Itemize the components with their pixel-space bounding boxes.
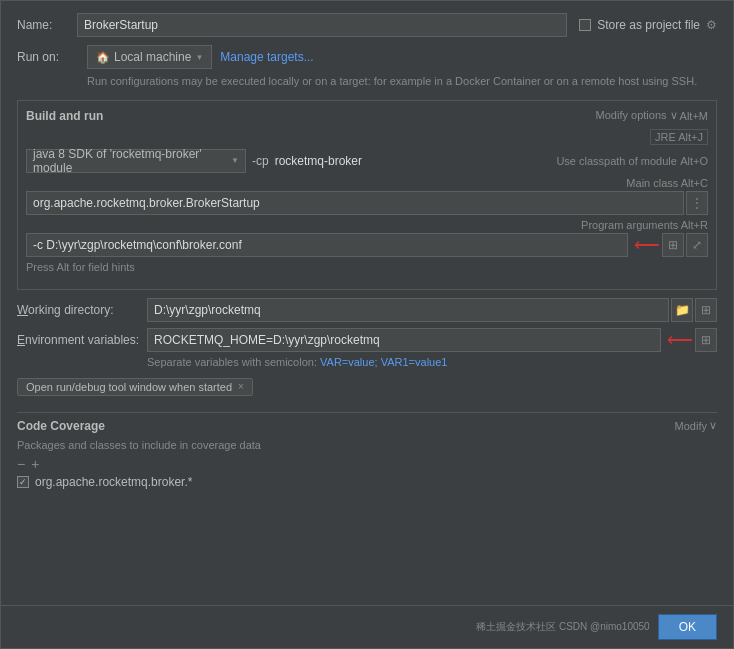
coverage-title: Code Coverage: [17, 419, 105, 433]
coverage-modify-link[interactable]: Modify ∨: [675, 419, 717, 432]
env-vars-label: Environment variables:: [17, 333, 147, 347]
prog-args-fullscreen-icon[interactable]: ⤢: [686, 233, 708, 257]
main-class-expand-icon[interactable]: ⋮: [686, 191, 708, 215]
main-class-input[interactable]: [26, 191, 684, 215]
code-coverage-section: Code Coverage Modify ∨ Packages and clas…: [17, 419, 717, 489]
working-dir-label: Working directory:: [17, 303, 147, 317]
manage-targets-link[interactable]: Manage targets...: [220, 50, 313, 64]
dropdown-arrow: ▼: [195, 53, 203, 62]
main-class-input-container: ⋮: [26, 191, 708, 215]
working-dir-row: Working directory: 📁 ⊞: [17, 298, 717, 322]
working-dir-folder-icon[interactable]: 📁: [671, 298, 693, 322]
run-on-label: Run on:: [17, 50, 87, 64]
coverage-checkbox-row: org.apache.rocketmq.broker.*: [17, 475, 717, 489]
env-vars-input[interactable]: [147, 328, 661, 352]
use-classpath-key: Alt+O: [680, 155, 708, 167]
program-args-row: ⟵ ⊞ ⤢: [26, 233, 708, 257]
working-dir-copy-icon[interactable]: ⊞: [695, 298, 717, 322]
separator-hint-example: VAR=value; VAR1=value1: [320, 356, 447, 368]
sdk-row: java 8 SDK of 'rocketmq-broker' module ▼…: [26, 149, 708, 173]
divider: [17, 412, 717, 413]
separator-hint: Separate variables with semicolon: VAR=v…: [147, 356, 717, 368]
main-class-hint-row: Main class Alt+C: [26, 177, 708, 189]
coverage-hint: Packages and classes to include in cover…: [17, 439, 717, 451]
working-dir-input-container: 📁 ⊞: [147, 298, 717, 322]
machine-value: Local machine: [114, 50, 191, 64]
build-run-section: Build and run Modify options ∨ Alt+M JRE…: [17, 100, 717, 290]
tag-label: Open run/debug tool window when started: [26, 381, 232, 393]
use-classpath-hint: Use classpath of module Alt+O: [556, 154, 708, 168]
plus-button[interactable]: +: [31, 457, 39, 471]
coverage-icon-row: − +: [17, 457, 717, 471]
dialog-footer: 稀土掘金技术社区 CSDN @nimo10050 OK: [1, 605, 733, 648]
build-run-title: Build and run: [26, 109, 103, 123]
minus-button[interactable]: −: [17, 457, 25, 471]
run-on-hint: Run configurations may be executed local…: [87, 73, 717, 90]
store-file-section: Store as project file ⚙: [579, 18, 717, 32]
house-icon: 🏠: [96, 51, 110, 64]
coverage-checkbox[interactable]: [17, 476, 29, 488]
program-args-input[interactable]: [26, 233, 628, 257]
name-row: Name: Store as project file ⚙: [17, 13, 717, 37]
red-arrow-env: ⟵: [667, 329, 693, 351]
sdk-label: java 8 SDK of 'rocketmq-broker' module: [33, 147, 227, 175]
name-input[interactable]: [77, 13, 567, 37]
dialog-content: Name: Store as project file ⚙ Run on: 🏠 …: [1, 1, 733, 605]
red-arrow-prog: ⟵: [634, 234, 660, 256]
use-classpath-text: Use classpath of module: [556, 155, 676, 167]
press-alt-hint: Press Alt for field hints: [26, 261, 708, 273]
run-config-dialog: Name: Store as project file ⚙ Run on: 🏠 …: [0, 0, 734, 649]
gear-icon: ⚙: [706, 18, 717, 32]
coverage-checkbox-label: org.apache.rocketmq.broker.*: [35, 475, 192, 489]
jre-shortcut: JRE Alt+J: [650, 129, 708, 145]
env-vars-row: Environment variables: ⟵ ⊞: [17, 328, 717, 352]
coverage-header: Code Coverage Modify ∨: [17, 419, 717, 433]
sdk-dropdown[interactable]: java 8 SDK of 'rocketmq-broker' module ▼: [26, 149, 246, 173]
main-class-row: ⋮: [26, 191, 708, 215]
sdk-arrow: ▼: [231, 156, 239, 165]
prog-args-expand-icon[interactable]: ⊞: [662, 233, 684, 257]
prog-args-hint-row: Program arguments Alt+R: [26, 219, 708, 231]
working-dir-input[interactable]: [147, 298, 669, 322]
store-file-label: Store as project file: [597, 18, 700, 32]
cp-value: rocketmq-broker: [275, 154, 362, 168]
machine-dropdown[interactable]: 🏠 Local machine ▼: [87, 45, 212, 69]
store-file-checkbox[interactable]: [579, 19, 591, 31]
run-on-row: Run on: 🏠 Local machine ▼ Manage targets…: [17, 45, 717, 69]
prog-args-input-container: ⟵ ⊞ ⤢: [26, 233, 708, 257]
watermark-text: 稀土掘金技术社区 CSDN @nimo10050: [476, 620, 650, 634]
modify-options-link[interactable]: Modify options ∨ Alt+M: [596, 109, 708, 122]
name-label: Name:: [17, 18, 77, 32]
build-run-header: Build and run Modify options ∨ Alt+M: [26, 109, 708, 123]
modify-key: Alt+M: [680, 110, 708, 122]
env-vars-copy-icon[interactable]: ⊞: [695, 328, 717, 352]
cp-flag: -cp: [246, 152, 275, 170]
tag-close-icon[interactable]: ×: [238, 381, 244, 392]
main-class-hint-text: Main class Alt+C: [626, 177, 708, 189]
ok-button[interactable]: OK: [658, 614, 717, 640]
prog-args-hint-text: Program arguments Alt+R: [581, 219, 708, 231]
jre-shortcut-row: JRE Alt+J: [26, 129, 708, 145]
tag-chip: Open run/debug tool window when started …: [17, 378, 253, 396]
env-vars-input-container: ⟵ ⊞: [147, 328, 717, 352]
